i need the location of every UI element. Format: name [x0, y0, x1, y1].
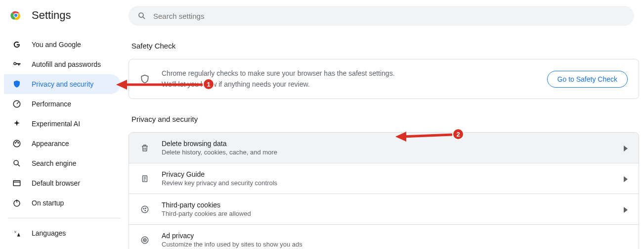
row-title: Third-party cookies: [162, 201, 612, 209]
row-title: Privacy Guide: [162, 170, 612, 178]
safety-check-card: Chrome regularly checks to make sure you…: [129, 59, 639, 99]
sidebar-item-you-and-google[interactable]: You and Google: [4, 35, 121, 54]
guide-icon: [140, 174, 150, 184]
sparkle-icon: [12, 119, 22, 129]
sidebar: You and Google Autofill and passwords Pr…: [0, 26, 129, 249]
sidebar-item-search-engine[interactable]: Search engine: [4, 153, 121, 173]
row-ad-privacy[interactable]: Ad privacy Customize the info used by si…: [129, 225, 639, 249]
row-delete-browsing-data[interactable]: Delete browsing data Delete history, coo…: [129, 133, 639, 163]
svg-point-19: [144, 240, 145, 241]
svg-point-5: [15, 143, 16, 144]
search-icon: [137, 11, 146, 20]
chevron-right-icon: [624, 145, 628, 151]
chrome-logo-icon: [10, 9, 22, 21]
safety-line2: We'll let you know if anything needs you…: [162, 79, 535, 90]
sidebar-item-privacy-security[interactable]: Privacy and security: [4, 74, 121, 94]
main-content: Safety Check Chrome regularly checks to …: [129, 26, 644, 249]
safety-line1: Chrome regularly checks to make sure you…: [162, 68, 535, 79]
go-to-safety-check-button[interactable]: Go to Safety Check: [547, 71, 628, 88]
sidebar-item-experimental-ai[interactable]: Experimental AI: [4, 114, 121, 134]
sidebar-item-languages[interactable]: Languages: [4, 223, 121, 243]
sidebar-item-appearance[interactable]: Appearance: [4, 134, 121, 153]
svg-point-13: [141, 206, 148, 213]
sidebar-item-label: Performance: [32, 100, 71, 108]
privacy-list-card: Delete browsing data Delete history, coo…: [129, 132, 639, 249]
row-third-party-cookies[interactable]: Third-party cookies Third-party cookies …: [129, 194, 639, 225]
search-bar[interactable]: [129, 6, 634, 26]
row-subtitle: Third-party cookies are allowed: [162, 210, 612, 217]
speedometer-icon: [12, 99, 22, 109]
ad-privacy-icon: [140, 235, 150, 245]
row-title: Ad privacy: [162, 232, 628, 240]
svg-point-15: [145, 208, 146, 209]
sidebar-item-label: Autofill and passwords: [32, 60, 101, 68]
sidebar-item-label: Privacy and security: [32, 80, 93, 88]
sidebar-item-label: You and Google: [32, 41, 81, 49]
sidebar-item-autofill[interactable]: Autofill and passwords: [4, 54, 121, 74]
svg-point-8: [14, 160, 18, 165]
sidebar-item-downloads[interactable]: Downloads: [4, 243, 121, 249]
palette-icon: [12, 139, 22, 149]
svg-rect-9: [13, 181, 20, 186]
page-title: Settings: [32, 9, 71, 22]
search-input[interactable]: [153, 12, 625, 20]
shield-icon: [12, 79, 22, 89]
svg-point-6: [16, 142, 17, 143]
search-icon: [12, 158, 22, 168]
translate-icon: [12, 228, 22, 238]
google-g-icon: [12, 40, 22, 50]
sidebar-item-on-startup[interactable]: On startup: [4, 193, 121, 213]
privacy-security-heading: Privacy and security: [131, 115, 639, 123]
sidebar-item-label: On startup: [32, 199, 64, 207]
svg-point-11: [139, 13, 143, 17]
row-subtitle: Customize the info used by sites to show…: [162, 241, 628, 248]
svg-point-16: [145, 210, 146, 211]
cookie-icon: [140, 204, 150, 214]
chevron-right-icon: [624, 176, 628, 182]
sidebar-divider: [8, 218, 121, 218]
power-icon: [12, 198, 22, 208]
svg-point-1: [14, 14, 17, 17]
sidebar-item-label: Experimental AI: [32, 120, 80, 128]
safety-check-text: Chrome regularly checks to make sure you…: [162, 68, 535, 90]
svg-point-14: [143, 208, 144, 209]
sidebar-item-label: Default browser: [32, 179, 80, 187]
sidebar-item-label: Search engine: [32, 159, 76, 167]
key-icon: [12, 59, 22, 69]
sidebar-item-label: Languages: [32, 229, 66, 237]
row-subtitle: Delete history, cookies, cache, and more: [162, 149, 612, 156]
sidebar-item-default-browser[interactable]: Default browser: [4, 173, 121, 193]
sidebar-item-label: Appearance: [32, 140, 69, 148]
sidebar-item-performance[interactable]: Performance: [4, 94, 121, 114]
row-title: Delete browsing data: [162, 140, 612, 148]
browser-icon: [12, 178, 22, 188]
trash-icon: [140, 143, 150, 153]
safety-check-heading: Safety Check: [131, 42, 639, 50]
row-privacy-guide[interactable]: Privacy Guide Review key privacy and sec…: [129, 163, 639, 194]
row-subtitle: Review key privacy and security controls: [162, 179, 612, 187]
chevron-right-icon: [624, 206, 628, 212]
shield-icon: [140, 74, 150, 84]
svg-point-7: [18, 143, 19, 144]
